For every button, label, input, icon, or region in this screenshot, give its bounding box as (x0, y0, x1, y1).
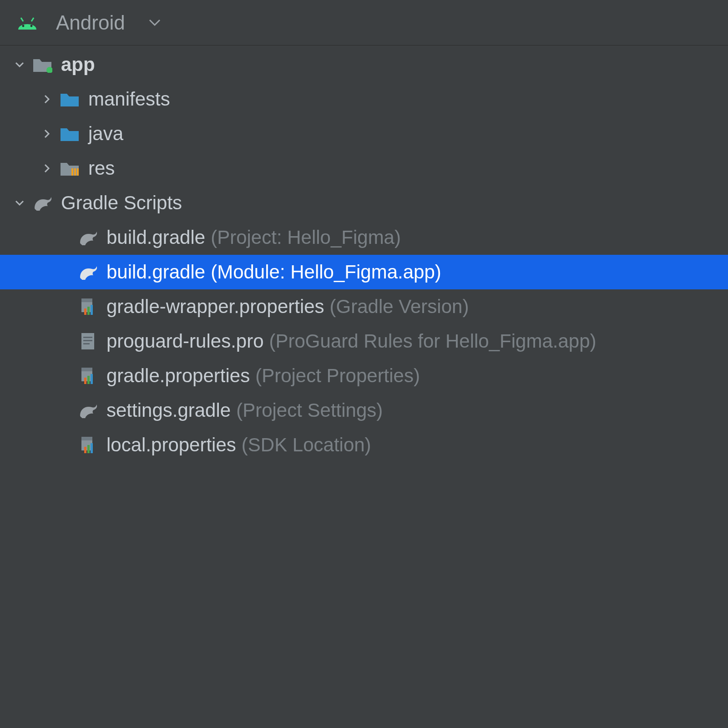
tree-node-java[interactable]: java (0, 116, 728, 151)
tree-label: gradle-wrapper.properties (106, 296, 324, 318)
svg-point-1 (30, 25, 33, 27)
chevron-right-icon[interactable] (35, 128, 58, 139)
tree-label: Gradle Scripts (61, 192, 182, 214)
resource-folder-icon (58, 158, 81, 178)
chevron-right-icon[interactable] (35, 163, 58, 174)
tree-node-gradle-file[interactable]: gradle.properties (Project Properties) (0, 359, 728, 393)
tree-label: res (88, 157, 115, 179)
tree-label: java (88, 123, 123, 145)
tree-hint: (Project: Hello_Figma) (211, 227, 401, 248)
chevron-right-icon[interactable] (35, 94, 58, 105)
tree-hint: (Module: Hello_Figma.app) (211, 261, 441, 283)
chevron-down-icon[interactable] (8, 197, 31, 208)
properties-icon (76, 297, 99, 317)
tree-node-manifests[interactable]: manifests (0, 82, 728, 116)
tree-node-gradle-file[interactable]: proguard-rules.pro (ProGuard Rules for H… (0, 324, 728, 359)
project-panel: Android app (0, 0, 728, 728)
svg-line-3 (31, 18, 34, 21)
svg-rect-7 (77, 168, 79, 176)
android-icon (16, 13, 39, 33)
folder-icon (58, 124, 81, 144)
svg-rect-24 (84, 447, 86, 453)
tree-node-gradle-scripts[interactable]: Gradle Scripts (0, 186, 728, 220)
tree-hint: (ProGuard Rules for Hello_Figma.app) (269, 330, 597, 352)
tree-hint: (Project Settings) (236, 399, 383, 421)
svg-rect-18 (81, 368, 92, 371)
tree-hint: (SDK Location) (242, 434, 371, 456)
folder-icon (58, 89, 81, 109)
svg-rect-19 (84, 378, 86, 384)
svg-rect-16 (83, 343, 90, 344)
tree-label: local.properties (106, 434, 236, 456)
svg-point-0 (22, 25, 25, 27)
svg-rect-15 (83, 340, 92, 341)
tree-label: app (61, 54, 95, 76)
svg-rect-25 (87, 445, 90, 453)
svg-line-2 (21, 18, 23, 21)
svg-rect-10 (84, 308, 86, 315)
module-folder-icon (31, 55, 54, 75)
svg-rect-23 (81, 437, 92, 440)
chevron-down-icon[interactable] (8, 59, 31, 70)
gradle-icon (76, 400, 99, 420)
tree-node-gradle-file[interactable]: settings.gradle (Project Settings) (0, 393, 728, 428)
svg-rect-20 (87, 376, 90, 384)
svg-rect-14 (83, 337, 92, 338)
svg-rect-26 (91, 443, 93, 453)
gradle-icon (31, 193, 54, 213)
properties-icon (76, 366, 99, 386)
gradle-icon (76, 262, 99, 282)
text-icon (76, 331, 99, 351)
tree-label: build.gradle (106, 227, 205, 248)
tree-label: settings.gradle (106, 399, 231, 421)
tree-node-app[interactable]: app (0, 47, 728, 82)
gradle-icon (76, 228, 99, 248)
tree-node-gradle-file[interactable]: build.gradle (Project: Hello_Figma) (0, 220, 728, 255)
tree-node-gradle-file[interactable]: gradle-wrapper.properties (Gradle Versio… (0, 289, 728, 324)
tree-label: gradle.properties (106, 365, 250, 387)
tree-label: proguard-rules.pro (106, 330, 264, 352)
tree-label: manifests (88, 88, 170, 110)
tree-node-res[interactable]: res (0, 151, 728, 186)
tree-hint: (Gradle Version) (330, 296, 469, 318)
properties-icon (76, 435, 99, 455)
tree-node-gradle-file[interactable]: local.properties (SDK Location) (0, 428, 728, 462)
project-tree: app manifests (0, 46, 728, 462)
svg-rect-12 (91, 305, 93, 315)
view-selector-toolbar: Android (0, 0, 728, 46)
tree-hint: (Project Properties) (255, 365, 420, 387)
svg-rect-5 (71, 168, 73, 176)
chevron-down-icon[interactable] (149, 19, 161, 26)
tree-label: build.gradle (106, 261, 205, 283)
svg-rect-11 (87, 307, 90, 315)
view-selector-label[interactable]: Android (56, 11, 125, 34)
svg-rect-6 (74, 168, 76, 176)
svg-rect-21 (91, 374, 93, 384)
svg-rect-9 (81, 298, 92, 302)
tree-node-gradle-file[interactable]: build.gradle (Module: Hello_Figma.app) (0, 255, 728, 289)
